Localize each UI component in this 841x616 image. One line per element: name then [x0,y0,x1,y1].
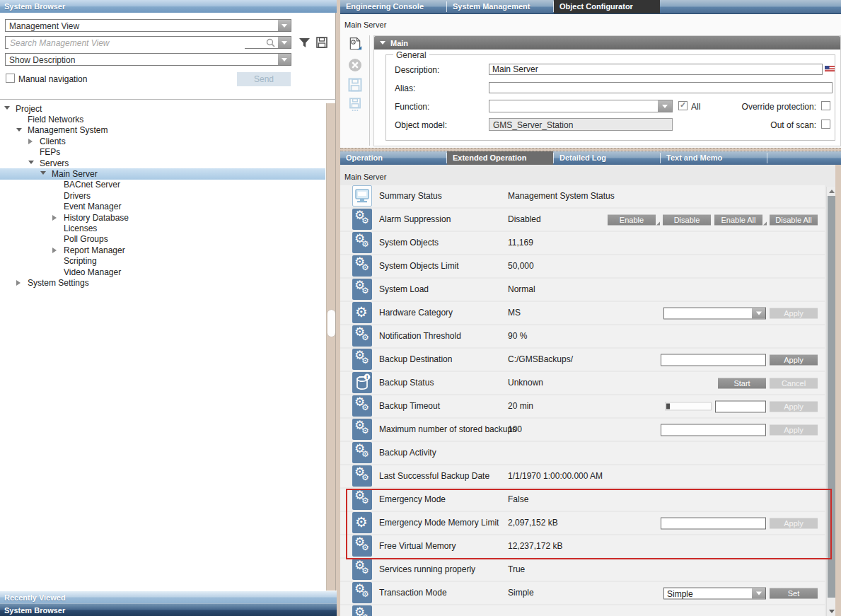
slider-thumb[interactable] [666,404,670,409]
tab-engineering-console[interactable]: Engineering Console [340,0,446,13]
rows-scrollbar[interactable] [826,187,835,616]
property-label: Transaction Mode [379,582,447,604]
tree-item-video-manager[interactable]: Video Manager [0,267,325,277]
tab-text-and-memo[interactable]: Text and Memo [661,151,767,165]
object-model-label: Object model: [395,120,447,130]
property-row-last-successful-backup-date: ⚙⚙Last Successful Backup Date1/1/1970 1:… [340,465,825,487]
chevron-down-icon[interactable] [278,54,291,65]
chevron-down-icon[interactable] [658,100,672,112]
tree-scrollbar[interactable] [326,103,335,591]
system-browser-title: System Browser [0,0,337,13]
tree-item-event-manager[interactable]: Event Manager [0,202,325,212]
enable-button[interactable]: Enable [608,214,656,225]
tree-item-label: Video Manager [64,267,121,277]
display-mode-dropdown[interactable]: Show Description [5,53,291,66]
tab-object-configurator[interactable]: Object Configurator [554,0,660,13]
value-input[interactable] [661,354,766,366]
tab-extended-operation[interactable]: Extended Operation [447,151,553,165]
tree-item-system-settings[interactable]: System Settings [0,277,325,288]
tree-item-scripting[interactable]: Scripting [0,255,325,266]
system-browser-bottom-bar[interactable]: System Browser [0,603,337,616]
expand-icon[interactable] [52,215,57,221]
tab-system-management[interactable]: System Management [447,0,553,13]
collapse-icon[interactable] [28,161,34,164]
property-value: Disabled [508,209,541,231]
expand-icon[interactable] [28,139,33,144]
collapse-icon[interactable] [4,106,10,110]
property-value: MS [508,302,521,324]
value-dropdown[interactable] [663,307,766,319]
apply-button[interactable]: Apply [770,354,818,365]
tree-item-report-manager[interactable]: Report Manager [0,245,325,255]
cancel-icon [347,58,363,72]
tab-separator [767,153,767,163]
expand-icon[interactable] [52,248,57,253]
description-field[interactable] [489,64,823,75]
expand-icon[interactable] [16,280,21,286]
recently-viewed-bar[interactable]: Recently Viewed [0,591,337,603]
timeout-slider[interactable] [665,402,712,411]
rows-scrollbar-thumb[interactable] [828,196,835,598]
start-button[interactable]: Start [718,378,766,388]
tab-detailed-log[interactable]: Detailed Log [554,151,660,165]
collapse-icon [380,41,385,45]
override-protection-checkbox[interactable] [821,101,830,110]
collapse-icon[interactable] [16,128,22,132]
collapse-icon[interactable] [40,171,46,175]
filter-icon[interactable] [298,37,311,48]
manual-navigation-checkbox[interactable] [6,74,15,83]
tree-item-poll-groups[interactable]: Poll Groups [0,234,325,245]
tree-item-history-database[interactable]: History Database [0,212,325,223]
chevron-down-icon[interactable] [278,20,291,31]
property-row-backup-activity: ⚙⚙Backup Activity [340,442,825,464]
main-section-header[interactable]: Main [374,36,840,50]
property-row-system-objects: ⚙⚙System Objects11,169 [340,232,825,254]
set-button[interactable]: Set [770,588,818,598]
tree-item-label: Management System [28,125,108,135]
property-row-backup-status: !Backup StatusUnknownStartCancel [340,372,825,394]
property-value: 12,237,172 kB [508,535,562,557]
tree-item-drivers[interactable]: Drivers [0,190,325,201]
property-row-emergency-mode-memory-limit: ⚙Emergency Mode Memory Limit2,097,152 kB… [340,512,825,534]
tree-item-label: Event Manager [64,202,121,211]
property-value: 20 min [508,395,533,417]
tree-item-project[interactable]: Project [0,103,325,114]
save-icon [347,78,363,92]
database-icon: ! [352,372,372,393]
main-tab-bar: Engineering ConsoleSystem ManagementObje… [340,0,841,14]
function-dropdown[interactable] [489,100,673,112]
new-object-icon[interactable] [347,37,363,51]
value-input[interactable] [661,517,766,529]
value-dropdown[interactable]: Simple [663,587,766,599]
view-selector-dropdown[interactable]: Management View [5,19,291,32]
property-row-hardware-category: ⚙Hardware CategoryMSApply [340,302,825,324]
main-section-title: Main [390,39,408,47]
send-button[interactable]: Send [237,72,291,86]
tree-item-label: Servers [40,158,69,168]
tree-scrollbar-thumb[interactable] [327,310,335,337]
tree-item-bacnet-server[interactable]: BACnet Server [0,180,325,190]
enable-all-button[interactable]: Enable All [714,214,762,225]
all-checkbox[interactable] [678,101,688,110]
chevron-down-icon[interactable] [752,308,765,318]
tree-item-management-system[interactable]: Management System [0,125,325,136]
value-input[interactable] [715,400,766,412]
search-input[interactable] [8,37,245,49]
search-options-chevron-icon[interactable] [278,37,291,48]
disable-all-button[interactable]: Disable All [770,214,818,225]
tree-item-label: Scripting [64,256,97,266]
tree-item-servers[interactable]: Servers [0,158,325,168]
alias-field[interactable] [489,82,833,93]
tree-item-field-networks[interactable]: Field Networks [0,114,325,124]
value-input[interactable] [661,424,766,436]
tree-item-main-server[interactable]: Main Server [0,168,325,179]
out-of-scan-checkbox[interactable] [821,120,830,129]
property-label: Hardware Category [379,302,453,324]
tree-item-licenses[interactable]: Licenses [0,223,325,233]
chevron-down-icon[interactable] [752,588,765,598]
tree-item-feps[interactable]: FEPs [0,147,325,158]
disable-button[interactable]: Disable [663,214,711,225]
tab-operation[interactable]: Operation [340,151,446,165]
save-search-icon[interactable] [316,37,327,48]
tree-item-clients[interactable]: Clients [0,136,325,146]
